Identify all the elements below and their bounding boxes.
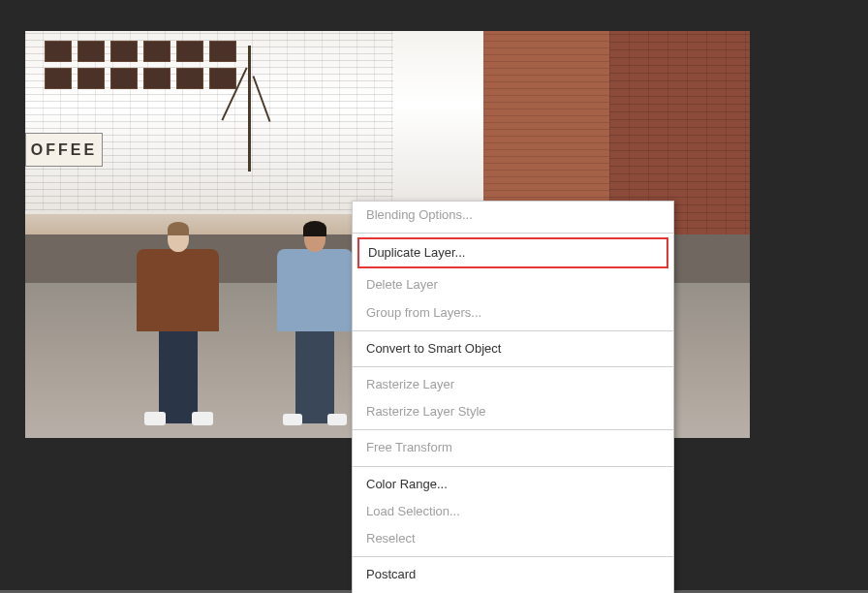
menu-separator — [353, 556, 673, 557]
menu-separator — [353, 330, 673, 331]
menu-separator — [353, 429, 673, 430]
menu-item-duplicate-layer[interactable]: Duplicate Layer... — [357, 237, 668, 268]
menu-item-rasterize-layer-style: Rasterize Layer Style — [353, 398, 673, 425]
coffee-sign: OFFEE — [25, 133, 103, 167]
menu-item-free-transform: Free Transform — [353, 434, 673, 461]
menu-item-color-range[interactable]: Color Range... — [353, 471, 673, 498]
menu-item-load-selection: Load Selection... — [353, 498, 673, 525]
menu-item-delete-layer: Delete Layer — [353, 271, 673, 298]
menu-separator — [353, 466, 673, 467]
building-mid — [483, 31, 624, 225]
menu-separator — [353, 233, 673, 234]
menu-item-reselect: Reselect — [353, 525, 673, 552]
layer-context-menu: Blending Options...Duplicate Layer...Del… — [352, 201, 674, 593]
menu-item-blending-options: Blending Options... — [353, 202, 673, 229]
menu-item-convert-to-smart-object[interactable]: Convert to Smart Object — [353, 335, 673, 362]
menu-item-rasterize-layer: Rasterize Layer — [353, 371, 673, 398]
tree — [248, 46, 251, 172]
menu-item-postcard[interactable]: Postcard — [353, 561, 673, 588]
person-1 — [137, 225, 219, 423]
building-left — [25, 31, 393, 210]
person-2 — [277, 225, 353, 423]
menu-item-group-from-layers: Group from Layers... — [353, 299, 673, 327]
menu-item-new-3d-extrusion-from-selected-layer[interactable]: New 3D Extrusion from Selected Layer — [353, 588, 673, 593]
menu-separator — [353, 366, 673, 367]
